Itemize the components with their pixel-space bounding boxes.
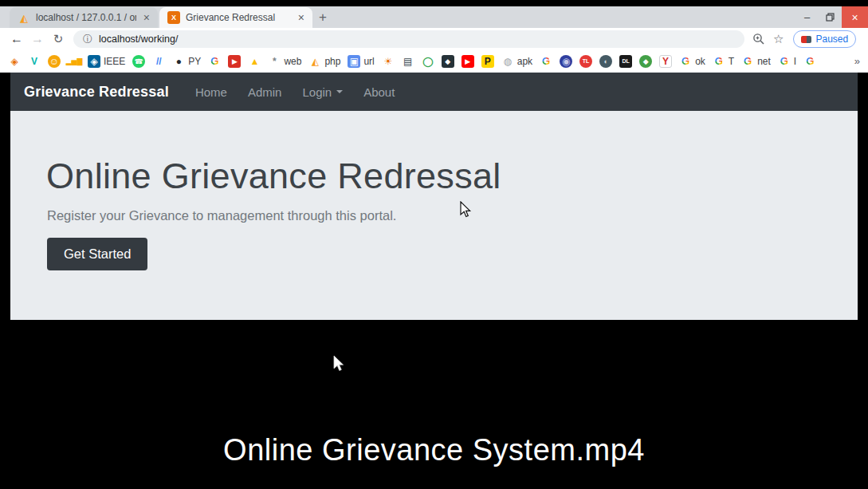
url-icon: ▣ [348, 55, 360, 68]
github-icon: ● [172, 55, 185, 68]
green-sphere-icon: ◆ [639, 55, 652, 68]
tab-close-icon[interactable]: × [297, 12, 306, 23]
reload-button[interactable]: ↻ [48, 32, 69, 46]
bookmark-item[interactable]: Gok [679, 55, 705, 68]
bookmark-item[interactable]: P [481, 55, 494, 68]
card-icon: ▤ [402, 55, 414, 68]
whatsapp-icon: ☎ [132, 55, 145, 68]
bookmark-item[interactable]: ◈ [8, 55, 21, 68]
video-frame: { "window": { "minimize_icon": "–", "clo… [0, 0, 868, 489]
google-icon: G [713, 55, 725, 68]
bookmark-item[interactable]: DL [619, 55, 632, 68]
google-icon: G [778, 55, 791, 68]
bookmark-star-icon[interactable]: ☆ [773, 32, 784, 46]
bookmark-item[interactable]: ●PY [172, 55, 201, 68]
navbar-brand[interactable]: Grievance Redressal [24, 84, 169, 101]
bookmark-item[interactable]: ▣url [348, 55, 374, 68]
tab-localhost[interactable]: ◭ localhost / 127.0.0.1 / onlinegrie × [10, 7, 158, 28]
download-manager-icon [801, 36, 811, 43]
xampp-favicon-icon: X [167, 11, 180, 24]
p-icon: P [481, 55, 494, 68]
chevron-down-icon [336, 90, 343, 93]
apk-icon: ◍ [501, 55, 514, 68]
tab-title: Grievance Redressal [186, 12, 291, 23]
google-icon: G [679, 55, 692, 68]
bookmark-label: ok [695, 56, 705, 67]
bookmark-item[interactable]: G [803, 55, 816, 68]
bookmark-item[interactable]: ▲ [248, 55, 261, 68]
download-paused-button[interactable]: Paused [793, 30, 856, 48]
bookmark-label: url [363, 56, 374, 67]
bookmark-item[interactable]: ◭php [308, 55, 340, 68]
bookmark-item[interactable]: ◍apk [501, 55, 532, 68]
nav-links: HomeAdminLoginAbout [187, 82, 403, 102]
pointer-icon: ◈ [8, 55, 21, 68]
bookmark-item[interactable]: ☀ [382, 55, 395, 68]
address-bar[interactable]: ⓘ localhost/working/ [73, 30, 744, 48]
bookmark-item[interactable]: ☺ [48, 55, 61, 68]
bookmark-item[interactable]: Y [659, 55, 672, 68]
tab-title: localhost / 127.0.0.1 / onlinegrie [36, 12, 136, 23]
url-text[interactable]: localhost/working/ [99, 34, 178, 45]
red-box-icon: ▶ [228, 55, 241, 68]
bookmark-item[interactable]: GT [713, 55, 734, 68]
tab-close-icon[interactable]: × [142, 12, 151, 23]
minimize-button[interactable]: – [795, 6, 819, 28]
bookmark-item[interactable]: ▤ [402, 55, 414, 68]
bookmark-item[interactable]: Gnet [741, 55, 771, 68]
ieee-icon: ◈ [88, 55, 100, 68]
tab-grievance-redressal[interactable]: X Grievance Redressal × [159, 7, 312, 28]
bookmark-item[interactable]: ◯ [422, 55, 434, 68]
web-icon: * [268, 55, 281, 68]
bookmark-item[interactable]: ◆ [442, 55, 454, 68]
bookmark-item[interactable]: ▂▅▇ [68, 55, 81, 68]
bookmark-item[interactable]: ◆ [639, 55, 652, 68]
bookmark-item[interactable]: ◉ [560, 55, 572, 68]
browser-menu-icon[interactable]: ⋮ [864, 32, 868, 46]
bookmark-label: I [794, 56, 796, 67]
analytics-icon: ▂▅▇ [68, 55, 81, 68]
restore-button[interactable] [819, 6, 842, 28]
hero-section: Online Grievance Redressal Register your… [10, 111, 858, 270]
y-icon: Y [659, 55, 672, 68]
bookmark-label: T [729, 56, 734, 67]
get-started-button[interactable]: Get Started [47, 238, 147, 270]
bookmark-item[interactable]: GI [778, 55, 796, 68]
page-title: Online Grievance Redressal [46, 156, 858, 197]
window-controls: – × [795, 6, 868, 28]
bookmark-item[interactable]: ◈IEEE [88, 55, 125, 68]
bookmark-label: php [324, 56, 340, 67]
nav-item-home[interactable]: Home [187, 82, 236, 102]
bookmark-item[interactable]: ◐ [599, 55, 612, 68]
v-icon: V [28, 55, 41, 68]
bookmark-item[interactable]: ☎ [132, 55, 145, 68]
zoom-button[interactable] [752, 33, 765, 45]
site-info-icon[interactable]: ⓘ [83, 33, 92, 46]
bookmark-item[interactable]: ▶ [461, 55, 474, 68]
nav-item-about[interactable]: About [355, 82, 403, 102]
web-page: Grievance Redressal HomeAdminLoginAbout … [10, 73, 858, 320]
nav-item-admin[interactable]: Admin [239, 82, 291, 102]
emoji-icon: ☺ [48, 55, 61, 68]
dark-bird-icon: ◆ [442, 55, 454, 68]
back-button[interactable]: ← [6, 32, 27, 46]
google-icon: G [741, 55, 754, 68]
close-button[interactable]: × [842, 6, 868, 28]
new-tab-button[interactable]: + [312, 7, 333, 28]
bookmark-item[interactable]: ▶ [228, 55, 241, 68]
bookmark-label: PY [188, 56, 201, 67]
nav-item-login[interactable]: Login [293, 82, 352, 102]
bookmarks-overflow-icon[interactable]: » [854, 55, 860, 67]
mouse-cursor-ghost [333, 355, 345, 373]
site-navbar: Grievance Redressal HomeAdminLoginAbout [10, 73, 858, 111]
magnifier-plus-icon [752, 33, 765, 45]
bookmark-item[interactable]: TL [579, 55, 592, 68]
green-circle-icon: ◯ [422, 55, 434, 68]
bookmark-item[interactable]: G [540, 55, 552, 68]
bookmark-item[interactable]: // [152, 55, 165, 68]
forward-button[interactable]: → [27, 32, 48, 46]
bookmark-item[interactable]: V [28, 55, 41, 68]
bookmark-label: apk [517, 56, 532, 67]
bookmark-item[interactable]: G [208, 55, 221, 68]
bookmark-item[interactable]: *web [268, 55, 301, 68]
